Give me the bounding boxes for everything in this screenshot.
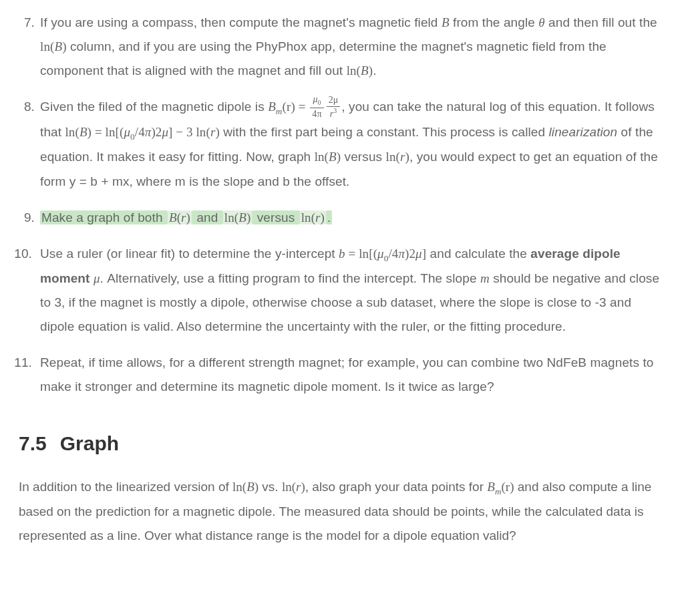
math-lnB-expand: ln(B) = ln[(μ0/4π)2μ] − 3 ln(r) bbox=[65, 125, 219, 139]
list-item-8: Given the filed of the magnetic dipole i… bbox=[19, 95, 665, 193]
text: and then fill out the bbox=[545, 15, 657, 29]
fraction-2mu-r3: 2μ r3 bbox=[327, 95, 341, 118]
math-lnB: ln(B) bbox=[347, 63, 373, 78]
list-item-10: Use a ruler (or linear fit) to determine… bbox=[19, 242, 665, 339]
text: from the angle bbox=[450, 15, 539, 29]
math-lnB: ln(B) bbox=[223, 210, 252, 224]
math-m: m bbox=[480, 271, 490, 285]
section-number: 7.5 bbox=[19, 432, 47, 454]
section-title: Graph bbox=[60, 432, 119, 454]
math-Bmr: Bm(r) bbox=[487, 480, 514, 494]
math-Br: B(r) bbox=[168, 210, 192, 224]
math-mu: μ bbox=[94, 271, 100, 285]
section-heading: 7.5Graph bbox=[19, 432, 665, 455]
math-B: B bbox=[442, 15, 450, 29]
em-linearization: linearization bbox=[549, 125, 618, 139]
graph-paragraph: In addition to the linearized version of… bbox=[19, 475, 665, 548]
text: , also graph your data points for bbox=[305, 480, 488, 494]
text: If you are using a compass, then compute… bbox=[40, 15, 442, 29]
procedure-list: If you are using a compass, then compute… bbox=[19, 11, 665, 399]
math-lnr: ln(r) bbox=[386, 150, 409, 164]
text: versus bbox=[341, 150, 385, 164]
math-b-eq: b = ln[(μ0/4π)2μ] bbox=[339, 247, 426, 261]
math-Bm-r-eq: Bm(r) = μ0 4π 2μ r3 bbox=[268, 100, 341, 114]
math-lnB: ln(B) bbox=[315, 150, 341, 164]
highlighted-text: and bbox=[192, 210, 223, 224]
list-item-9: Make a graph of both B(r) and ln(B) vers… bbox=[19, 206, 665, 230]
math-lnB: ln(B) bbox=[40, 39, 67, 53]
text: and calculate the bbox=[426, 247, 530, 261]
math-theta: θ bbox=[538, 15, 544, 29]
text: column, and if you are using the PhyPhox… bbox=[40, 39, 607, 78]
text: . bbox=[373, 63, 376, 78]
math-lnr: ln(r) bbox=[300, 210, 326, 224]
list-item-11: Repeat, if time allows, for a different … bbox=[19, 351, 665, 399]
text: Given the filed of the magnetic dipole i… bbox=[40, 100, 268, 114]
fraction-mu0-4pi: μ0 4π bbox=[310, 94, 323, 119]
text: . Alternatively, use a fitting program t… bbox=[100, 271, 480, 285]
page-container: If you are using a compass, then compute… bbox=[0, 0, 684, 588]
text: Repeat, if time allows, for a different … bbox=[40, 355, 653, 394]
list-item-7: If you are using a compass, then compute… bbox=[19, 11, 665, 83]
text: Use a ruler (or linear fit) to determine… bbox=[40, 247, 339, 261]
math-lnB: ln(B) bbox=[232, 480, 259, 494]
highlighted-text: versus bbox=[252, 210, 299, 224]
text: vs. bbox=[259, 480, 282, 494]
text: with the first part being a constant. Th… bbox=[220, 125, 549, 139]
text: In addition to the linearized version of bbox=[19, 480, 232, 494]
highlighted-text: Make a graph of both bbox=[40, 210, 168, 224]
highlighted-text: . bbox=[326, 210, 332, 224]
math-lnr: ln(r) bbox=[282, 480, 305, 494]
